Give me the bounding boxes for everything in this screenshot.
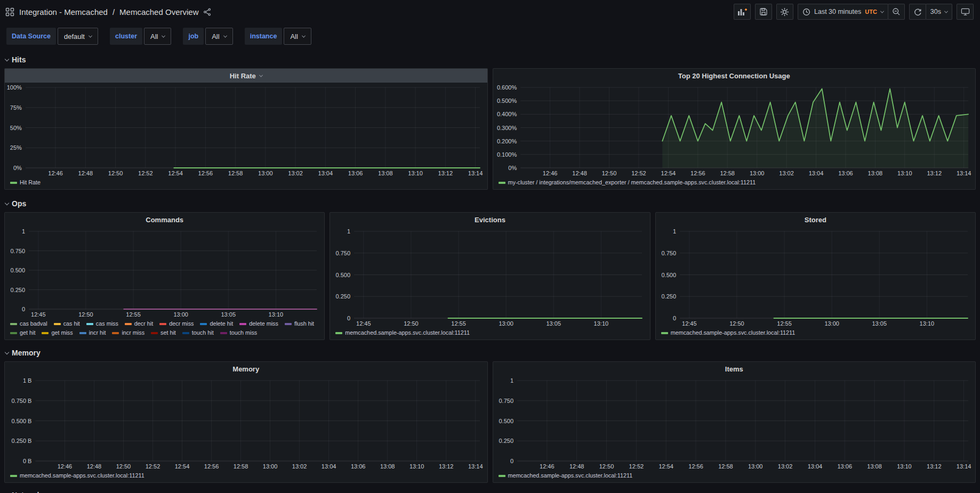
dashboards-grid-icon[interactable] (5, 7, 14, 17)
chart-svg-stored[interactable]: 12:4512:5012:5513:0013:0513:1010.7500.50… (656, 227, 975, 328)
row-header-ops[interactable]: Ops (4, 198, 976, 209)
panel-title-hit-rate[interactable]: Hit Rate (5, 69, 487, 83)
cycle-view-monitor-icon[interactable] (957, 4, 974, 20)
legend-item-memcached-sample-apps-svc-cluster-local-[interactable]: memcached.sample-apps.svc.cluster.local:… (661, 329, 796, 337)
legend-item-flush-hit[interactable]: flush hit (285, 320, 314, 328)
panel-title-memory[interactable]: Memory (5, 362, 487, 376)
panel-title-evictions[interactable]: Evictions (330, 213, 649, 227)
settings-gear-icon[interactable] (776, 4, 793, 20)
chart-plot-area-evictions[interactable]: 12:4512:5012:5513:0013:0513:1010.7500.50… (330, 227, 649, 328)
chart-svg-evictions[interactable]: 12:4512:5012:5513:0013:0513:1010.7500.50… (330, 227, 649, 328)
zoom-out-button[interactable] (888, 4, 905, 20)
legend-item-cas-hit[interactable]: cas hit (54, 320, 80, 328)
y-tick-label: 0.750 (336, 250, 351, 256)
chart-plot-area-items[interactable]: 12:4612:4812:5012:5212:5412:5612:5813:00… (493, 376, 976, 471)
legend-item-get-miss[interactable]: get miss (42, 329, 73, 337)
legend-item-incr-hit[interactable]: incr hit (79, 329, 106, 337)
panel-title-items[interactable]: Items (493, 362, 976, 376)
chart-svg-items[interactable]: 12:4612:4812:5012:5212:5412:5612:5813:00… (493, 376, 976, 471)
legend-item-hit-rate[interactable]: Hit Rate (10, 179, 41, 187)
legend-label: delete miss (249, 320, 278, 328)
panel-title-top20-connection-usage[interactable]: Top 20 Highest Connection Usage (493, 69, 976, 83)
row-header-memory[interactable]: Memory (4, 347, 976, 358)
variable-label-cluster[interactable]: cluster (110, 28, 142, 45)
legend-swatch (10, 332, 17, 334)
x-tick-label: 13:10 (594, 320, 609, 327)
row-header-network[interactable]: Network (4, 490, 976, 493)
refresh-interval-select[interactable]: 30s (926, 4, 952, 20)
x-tick-label: 12:50 (116, 463, 131, 470)
variable-value-data-source[interactable]: default (58, 28, 98, 45)
x-tick-label: 12:52 (631, 170, 646, 176)
chart-plot-area-commands[interactable]: 12:4512:5012:5513:0013:0513:1010.7500.50… (5, 227, 324, 319)
share-icon[interactable] (203, 8, 211, 16)
chart-svg-top20-connection-usage[interactable]: 12:4612:4812:5012:5212:5412:5612:5813:00… (493, 83, 976, 178)
chevron-down-icon (944, 9, 948, 13)
legend-item-memcached-sample-apps-svc-cluster-local-[interactable]: memcached.sample-apps.svc.cluster.local:… (499, 472, 633, 480)
y-tick-label: 0.250 (661, 293, 676, 300)
x-tick-label: 12:54 (661, 170, 676, 176)
legend-item-delete-miss[interactable]: delete miss (239, 320, 278, 328)
x-tick-label: 13:10 (897, 170, 912, 176)
x-tick-label: 12:58 (720, 170, 735, 176)
variable-selected-value: default (64, 33, 85, 41)
legend-item-my-cluster-integrations-memcached-export[interactable]: my-cluster / integrations/memcached_expo… (499, 179, 756, 187)
panel-evictions: Evictions12:4512:5012:5513:0013:0513:101… (330, 212, 650, 340)
variable-value-instance[interactable]: All (284, 28, 311, 45)
legend-item-decr-hit[interactable]: decr hit (125, 320, 153, 328)
panel-top20-connection-usage: Top 20 Highest Connection Usage12:4612:4… (493, 68, 976, 190)
legend-label: incr hit (89, 329, 106, 337)
legend-item-cas-miss[interactable]: cas miss (86, 320, 118, 328)
x-tick-label: 12:52 (138, 170, 153, 176)
save-icon[interactable] (755, 4, 772, 20)
legend-item-memcached-sample-apps-svc-cluster-local-[interactable]: memcached.sample-apps.svc.cluster.local:… (335, 329, 470, 337)
chart-plot-area-memory[interactable]: 12:4612:4812:5012:5212:5412:5612:5813:00… (5, 376, 487, 471)
y-tick-label: 0% (13, 165, 22, 171)
x-tick-label: 13:02 (779, 170, 794, 176)
chevron-down-icon (89, 34, 92, 37)
legend-label: Hit Rate (20, 179, 41, 187)
panel-title-commands[interactable]: Commands (5, 213, 324, 227)
x-tick-label: 12:46 (48, 170, 63, 176)
legend-label: memcached.sample-apps.svc.cluster.local:… (20, 472, 144, 480)
variable-label-instance[interactable]: instance (245, 28, 283, 45)
chart-svg-hit-rate[interactable]: 12:4612:4812:5012:5212:5412:5612:5813:00… (5, 83, 487, 178)
variable-value-cluster[interactable]: All (144, 28, 171, 45)
chart-plot-area-stored[interactable]: 12:4512:5012:5513:0013:0513:1010.7500.50… (656, 227, 975, 328)
add-panel-button[interactable] (734, 4, 751, 20)
y-tick-label: 1 (510, 377, 513, 384)
legend-item-touch-hit[interactable]: touch hit (182, 329, 214, 337)
legend-label: touch hit (192, 329, 214, 337)
legend-item-delete-hit[interactable]: delete hit (200, 320, 233, 328)
y-tick-label: 0.250 (10, 287, 25, 293)
legend-item-get-hit[interactable]: get hit (10, 329, 35, 337)
refresh-icon[interactable] (909, 4, 926, 20)
variable-label-data-source[interactable]: Data Source (6, 28, 56, 45)
row-header-hits[interactable]: Hits (4, 54, 976, 65)
legend-item-cas-badval[interactable]: cas badval (10, 320, 47, 328)
chart-svg-memory[interactable]: 12:4612:4812:5012:5212:5412:5612:5813:00… (5, 376, 487, 471)
y-tick-label: 0.300% (496, 125, 517, 131)
chart-plot-area-hit-rate[interactable]: 12:4612:4812:5012:5212:5412:5612:5813:00… (5, 83, 487, 178)
row-label: Hits (12, 55, 26, 64)
y-tick-label: 0.250 B (11, 438, 31, 444)
legend-item-memcached-sample-apps-svc-cluster-local-[interactable]: memcached.sample-apps.svc.cluster.local:… (10, 472, 144, 480)
time-range-picker[interactable]: Last 30 minutes UTC (798, 4, 888, 20)
variable-label-job[interactable]: job (183, 28, 204, 45)
y-tick-label: 1 B (23, 377, 32, 384)
breadcrumb-dashboard-title[interactable]: Integration - Memcached (19, 7, 108, 17)
legend-item-set-hit[interactable]: set hit (151, 329, 176, 337)
variable-value-job[interactable]: All (205, 28, 232, 45)
chart-plot-area-top20-connection-usage[interactable]: 12:4612:4812:5012:5212:5412:5612:5813:00… (493, 83, 976, 178)
legend-item-incr-miss[interactable]: incr miss (112, 329, 144, 337)
panel-title-stored[interactable]: Stored (656, 213, 975, 227)
x-tick-label: 13:06 (348, 170, 363, 176)
y-tick-label: 0 (22, 306, 25, 312)
legend-item-touch-miss[interactable]: touch miss (220, 329, 258, 337)
chart-svg-commands[interactable]: 12:4512:5012:5513:0013:0513:1010.7500.50… (5, 227, 324, 319)
x-tick-label: 12:50 (601, 170, 616, 176)
legend-item-decr-miss[interactable]: decr miss (159, 320, 194, 328)
x-tick-label: 13:00 (824, 320, 839, 327)
panel-title-text: Memory (232, 365, 259, 373)
x-tick-label: 12:45 (682, 320, 697, 327)
